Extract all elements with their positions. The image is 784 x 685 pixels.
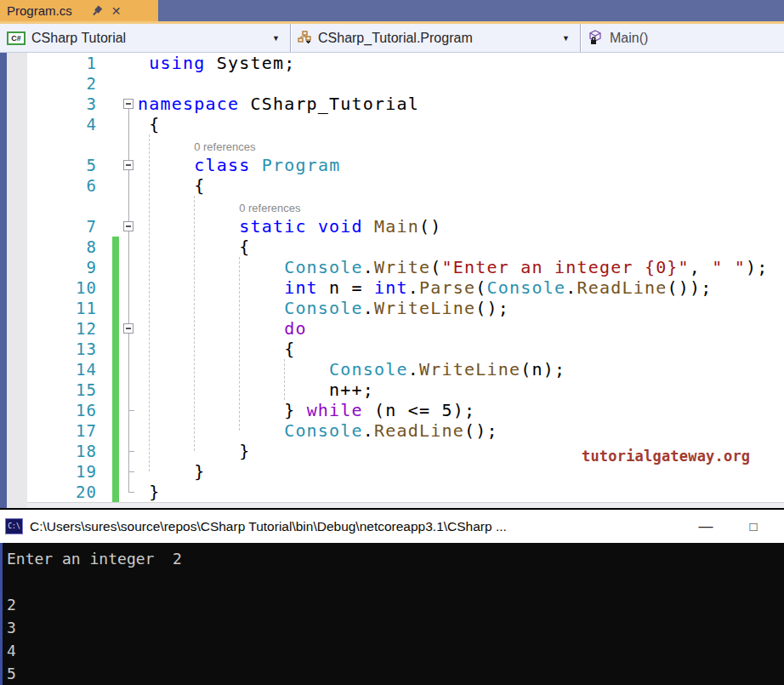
change-tracking-bar <box>112 400 119 420</box>
line-number: 4 <box>27 114 112 134</box>
outline-margin <box>119 53 138 73</box>
code-text[interactable]: { <box>138 175 784 196</box>
code-segment: Write <box>374 257 430 277</box>
code-segment: Console <box>284 298 363 318</box>
watermark: tutorialgateway.org <box>582 448 750 465</box>
member-dropdown[interactable]: Main() <box>580 24 784 52</box>
change-tracking-bar <box>112 461 119 482</box>
code-text[interactable]: { <box>138 339 784 359</box>
breakpoint-margin[interactable] <box>7 53 27 508</box>
collapse-toggle-icon[interactable] <box>123 221 134 231</box>
code-line: 1 using System; <box>27 53 784 73</box>
console-line: 2 <box>7 593 784 616</box>
code-editor[interactable]: 1 using System;23namespace CSharp_Tutori… <box>0 53 784 508</box>
line-number: 17 <box>27 420 112 441</box>
change-tracking-bar <box>112 175 119 196</box>
code-text[interactable]: class Program <box>138 155 784 175</box>
project-dropdown[interactable]: C# CSharp Tutorial ▼ <box>0 24 290 52</box>
code-segment: n = <box>318 277 374 298</box>
code-text[interactable]: static void Main() <box>138 216 784 237</box>
chevron-down-icon[interactable]: ▼ <box>562 34 573 43</box>
code-text[interactable]: do <box>138 318 784 339</box>
console-output[interactable]: Enter an integer 2 2345 <box>0 543 784 685</box>
code-line: 2 <box>27 73 784 94</box>
method-cube-icon <box>588 30 604 46</box>
outline-margin <box>119 441 138 461</box>
code-segment: { <box>138 175 205 196</box>
outline-margin <box>119 380 138 400</box>
close-icon[interactable]: ✕ <box>111 5 122 17</box>
code-segment: (); <box>464 420 498 441</box>
console-title-text: C:\Users\sures\source\repos\CSharp Tutor… <box>30 519 682 534</box>
collapse-toggle-icon[interactable] <box>123 323 134 334</box>
code-segment: Main <box>374 216 419 237</box>
code-text[interactable]: 0 references <box>138 134 784 155</box>
collapse-toggle-icon[interactable] <box>123 160 134 170</box>
code-text[interactable]: int n = int.Parse(Console.ReadLine()); <box>138 277 784 298</box>
tab-program-cs[interactable]: Program.cs ✕ <box>0 0 158 21</box>
code-segment <box>138 298 284 318</box>
change-tracking-bar <box>112 482 119 502</box>
line-number: 2 <box>27 73 112 94</box>
line-number: 6 <box>27 175 112 196</box>
code-segment <box>250 155 261 175</box>
change-tracking-bar <box>112 73 119 94</box>
outline-margin <box>119 237 138 257</box>
line-number: 13 <box>27 339 112 359</box>
code-segment: Console <box>284 257 363 277</box>
code-line: 4 { <box>27 114 784 134</box>
code-text[interactable]: n++; <box>138 380 784 400</box>
code-segment: } <box>138 482 160 502</box>
code-segment: WriteLine <box>419 359 520 380</box>
code-text[interactable]: using System; <box>138 53 784 73</box>
code-text[interactable]: { <box>138 237 784 257</box>
outline-margin <box>119 94 138 114</box>
maximize-button[interactable]: □ <box>730 511 777 543</box>
console-line: 5 <box>7 662 784 685</box>
code-text[interactable]: { <box>138 114 784 134</box>
code-text[interactable]: Console.WriteLine(); <box>138 298 784 318</box>
code-text[interactable]: } <box>138 482 784 502</box>
code-segment: . <box>363 298 374 318</box>
chevron-down-icon[interactable]: ▼ <box>272 34 283 43</box>
console-title-bar[interactable]: C:\ C:\Users\sures\source\repos\CSharp T… <box>0 510 784 543</box>
horizontal-scrollbar[interactable] <box>27 502 784 508</box>
code-segment <box>138 420 284 441</box>
editor-surface[interactable]: 1 using System;23namespace CSharp_Tutori… <box>27 53 784 508</box>
code-segment: (n <= 5); <box>363 400 475 420</box>
code-segment: } <box>138 400 307 420</box>
code-segment: Parse <box>419 277 475 298</box>
codelens-row: 0 references <box>27 134 784 155</box>
code-text[interactable]: Console.WriteLine(n); <box>138 359 784 380</box>
outline-margin <box>119 420 138 441</box>
pin-icon[interactable] <box>88 3 105 20</box>
code-text[interactable] <box>138 73 784 94</box>
code-segment: ReadLine <box>577 277 667 298</box>
code-segment: "Enter an integer {0}" <box>442 257 690 277</box>
change-tracking-bar <box>112 318 119 339</box>
line-number: 7 <box>27 216 112 237</box>
code-text[interactable]: Console.ReadLine(); <box>138 420 784 441</box>
console-line: Enter an integer 2 <box>7 547 784 570</box>
line-number: 3 <box>27 94 112 114</box>
tab-title: Program.cs <box>7 3 72 18</box>
code-segment: . <box>363 420 374 441</box>
code-text[interactable]: namespace CSharp_Tutorial <box>138 94 784 114</box>
outline-margin <box>119 73 138 94</box>
code-segment: . <box>565 277 577 298</box>
type-dropdown[interactable]: CSharp_Tutorial.Program ▼ <box>290 24 580 52</box>
code-text[interactable]: Console.Write("Enter an integer {0}", " … <box>138 257 784 277</box>
line-number: 10 <box>27 277 112 298</box>
minimize-button[interactable]: — <box>682 511 730 543</box>
code-segment: (n); <box>520 359 565 380</box>
change-tracking-bar <box>112 196 119 216</box>
code-segment: ()); <box>667 277 712 298</box>
outline-margin <box>119 318 138 339</box>
class-icon <box>298 31 312 45</box>
collapse-toggle-icon[interactable] <box>123 99 134 109</box>
code-text[interactable]: } while (n <= 5); <box>138 400 784 420</box>
code-text[interactable]: 0 references <box>138 196 784 216</box>
code-segment: . <box>408 277 419 298</box>
outline-margin <box>119 175 138 196</box>
code-line: 8 { <box>27 237 784 257</box>
